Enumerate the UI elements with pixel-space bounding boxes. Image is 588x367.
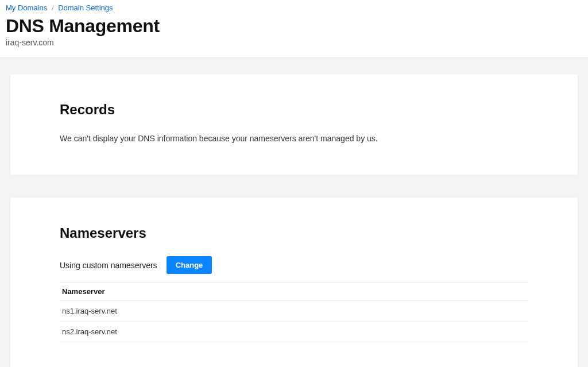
main-content: Records We can't display your DNS inform… — [0, 58, 588, 367]
nameservers-status-text: Using custom nameservers — [60, 261, 157, 270]
nameservers-card: Nameservers Using custom nameservers Cha… — [10, 198, 578, 367]
records-heading: Records — [60, 102, 528, 118]
records-card: Records We can't display your DNS inform… — [10, 74, 578, 175]
nameservers-heading: Nameservers — [60, 225, 528, 241]
nameservers-status-row: Using custom nameservers Change — [60, 256, 528, 274]
change-button[interactable]: Change — [167, 256, 212, 274]
breadcrumb-domain-settings[interactable]: Domain Settings — [58, 3, 113, 12]
page-title: DNS Management — [6, 16, 582, 37]
table-row: ns2.iraq-serv.net — [60, 322, 528, 342]
nameserver-value: ns1.iraq-serv.net — [60, 301, 528, 322]
breadcrumb-separator: / — [52, 3, 54, 12]
records-message: We can't display your DNS information be… — [60, 133, 528, 145]
page-header: My Domains / Domain Settings DNS Managem… — [0, 0, 588, 58]
table-row: ns1.iraq-serv.net — [60, 301, 528, 322]
nameservers-column-header: Nameserver — [60, 283, 528, 301]
breadcrumb: My Domains / Domain Settings — [6, 3, 582, 12]
breadcrumb-my-domains[interactable]: My Domains — [6, 3, 47, 12]
nameservers-table: Nameserver ns1.iraq-serv.net ns2.iraq-se… — [60, 282, 528, 342]
nameserver-value: ns2.iraq-serv.net — [60, 322, 528, 342]
domain-name: iraq-serv.com — [6, 38, 582, 47]
